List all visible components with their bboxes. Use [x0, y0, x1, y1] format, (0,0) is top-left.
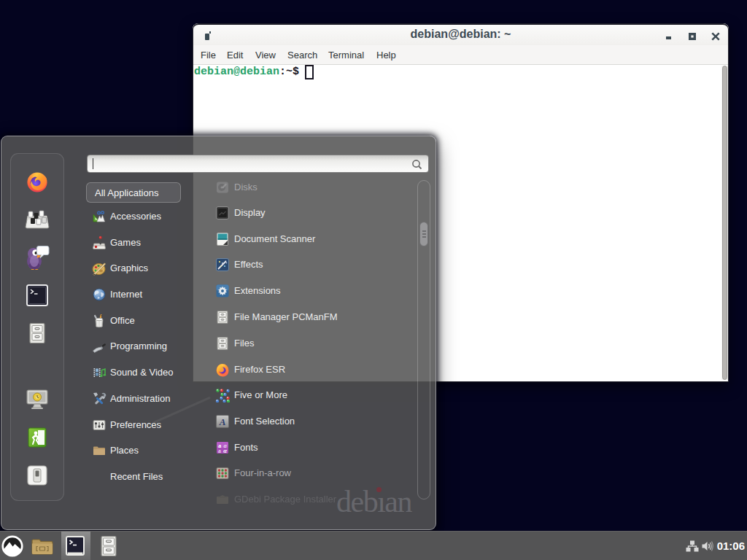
svg-text:A: A [219, 416, 226, 427]
svg-text:α: α [223, 447, 227, 454]
svg-text:a: a [218, 447, 221, 454]
